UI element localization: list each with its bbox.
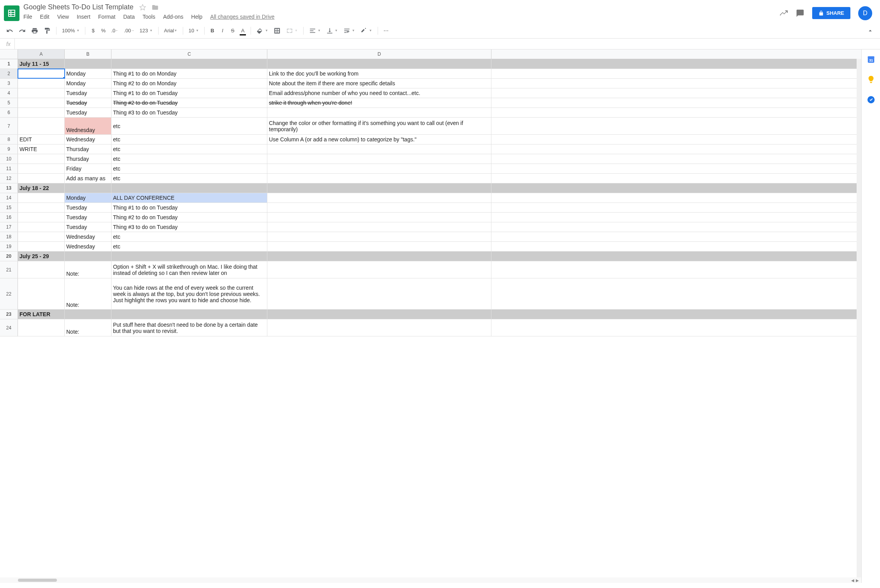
cell[interactable]: Tuesday (65, 98, 111, 107)
cell[interactable] (18, 98, 65, 107)
cell[interactable]: July 18 - 22 (18, 183, 65, 193)
cell[interactable] (18, 278, 65, 309)
row-header[interactable]: 16 (0, 213, 18, 222)
cell[interactable] (111, 183, 267, 193)
cell[interactable]: Thing #2 to do on Monday (111, 79, 267, 88)
fill-color-button[interactable]: ▼ (254, 25, 270, 36)
font-dropdown[interactable]: Arial▼ (162, 25, 180, 36)
horizontal-scrollbar[interactable]: ◀▶ (0, 577, 861, 583)
cell[interactable]: strike it through when you're done! (267, 98, 491, 107)
row-header[interactable]: 21 (0, 261, 18, 278)
cell[interactable] (267, 144, 491, 154)
fx-label[interactable]: fx (2, 39, 15, 49)
avatar[interactable]: D (858, 6, 872, 20)
cell[interactable]: Wednesday (65, 135, 111, 144)
cell[interactable]: July 25 - 29 (18, 252, 65, 261)
row-header[interactable]: 5 (0, 98, 18, 107)
collapse-toolbar-button[interactable] (864, 25, 876, 36)
cell[interactable]: Thursday (65, 144, 111, 154)
rotate-button[interactable]: ▼ (358, 25, 375, 36)
strikethrough-button[interactable]: S (228, 25, 237, 36)
currency-button[interactable]: $ (88, 25, 98, 36)
wrap-button[interactable]: ▼ (341, 25, 357, 36)
cell[interactable] (18, 261, 65, 278)
cell[interactable] (65, 59, 111, 69)
cell[interactable] (18, 164, 65, 173)
cell[interactable] (18, 213, 65, 222)
cell[interactable] (18, 242, 65, 251)
cell[interactable]: Monday (65, 69, 111, 78)
cell[interactable] (267, 319, 491, 336)
cell[interactable]: Wednesday (65, 242, 111, 251)
v-align-button[interactable]: ▼ (324, 25, 340, 36)
cell[interactable]: Link to the doc you'll be working from (267, 69, 491, 78)
row-header[interactable]: 12 (0, 174, 18, 183)
cell[interactable]: Wednesday (65, 232, 111, 241)
cell[interactable] (18, 79, 65, 88)
cell[interactable]: Thing #3 to do on Tuesday (111, 108, 267, 117)
comments-icon[interactable] (796, 9, 804, 18)
cell[interactable]: etc (111, 174, 267, 183)
star-icon[interactable] (139, 4, 146, 11)
cell[interactable]: etc (111, 135, 267, 144)
cell[interactable]: WRITE (18, 144, 65, 154)
increase-decimal-button[interactable]: .00→ (122, 25, 136, 36)
cell[interactable] (65, 183, 111, 193)
cell[interactable]: You can hide rows at the end of every we… (111, 278, 267, 309)
cell[interactable] (267, 164, 491, 173)
percent-button[interactable]: % (99, 25, 108, 36)
cell[interactable]: etc (111, 154, 267, 164)
cell[interactable]: Email address/phone number of who you ne… (267, 88, 491, 98)
col-header-b[interactable]: B (65, 49, 111, 59)
cell[interactable] (18, 222, 65, 232)
cell[interactable]: etc (111, 232, 267, 241)
row-header[interactable]: 6 (0, 108, 18, 117)
calendar-icon[interactable]: 31 (867, 55, 875, 63)
row-header[interactable]: 8 (0, 135, 18, 144)
cell[interactable] (267, 242, 491, 251)
menu-tools[interactable]: Tools (143, 14, 156, 20)
zoom-dropdown[interactable]: 100%▼ (60, 25, 82, 36)
row-header[interactable]: 15 (0, 203, 18, 212)
cell[interactable]: Tuesday (65, 203, 111, 212)
cell[interactable] (267, 154, 491, 164)
cell[interactable]: Thing #2 to do on Tuesday (111, 98, 267, 107)
row-header[interactable]: 13 (0, 183, 18, 193)
cell[interactable]: Tuesday (65, 108, 111, 117)
row-header[interactable]: 2 (0, 69, 18, 78)
cell[interactable]: ALL DAY CONFERENCE (111, 193, 267, 202)
cell[interactable]: Note: (65, 278, 111, 309)
vertical-scrollbar[interactable] (857, 59, 861, 583)
decrease-decimal-button[interactable]: .0← (109, 25, 121, 36)
paint-format-button[interactable] (41, 25, 53, 36)
number-format-dropdown[interactable]: 123▼ (137, 25, 155, 36)
doc-title[interactable]: Google Sheets To-Do List Template (23, 3, 134, 11)
undo-button[interactable] (4, 25, 16, 36)
cell[interactable] (267, 108, 491, 117)
row-header[interactable]: 24 (0, 319, 18, 336)
cell[interactable]: Monday (65, 193, 111, 202)
scroll-left[interactable]: ◀ (851, 578, 854, 583)
cell[interactable] (111, 310, 267, 319)
activity-icon[interactable] (779, 9, 788, 18)
cell[interactable] (267, 174, 491, 183)
cell[interactable] (111, 252, 267, 261)
cell[interactable]: Tuesday (65, 88, 111, 98)
cell[interactable] (267, 261, 491, 278)
row-header[interactable]: 18 (0, 232, 18, 241)
cell[interactable] (18, 108, 65, 117)
cell[interactable]: Wednesday (65, 118, 111, 134)
cell[interactable]: Friday (65, 164, 111, 173)
col-header-d[interactable]: D (267, 49, 491, 59)
cell[interactable] (18, 69, 65, 78)
cell[interactable]: Tuesday (65, 213, 111, 222)
row-header[interactable]: 19 (0, 242, 18, 251)
cell[interactable]: Thing #1 to do on Monday (111, 69, 267, 78)
row-header[interactable]: 17 (0, 222, 18, 232)
cell[interactable] (111, 59, 267, 69)
row-header[interactable]: 20 (0, 252, 18, 261)
col-header-a[interactable]: A (18, 49, 65, 59)
cell[interactable] (267, 183, 491, 193)
cell[interactable]: Note: (65, 319, 111, 336)
menu-format[interactable]: Format (98, 14, 115, 20)
